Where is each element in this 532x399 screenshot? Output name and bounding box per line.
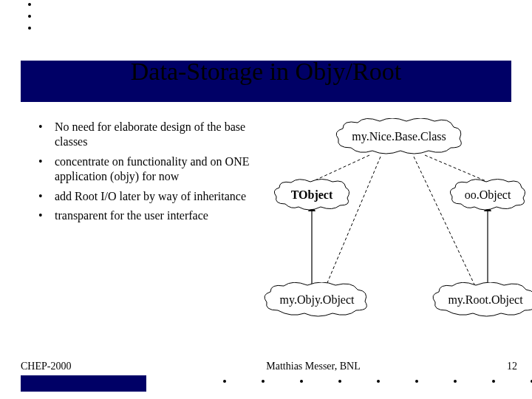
node-label: my.Root.Object bbox=[430, 293, 532, 307]
bullet-icon: • bbox=[38, 208, 55, 223]
dot-icon bbox=[262, 380, 265, 383]
bullet-text: add Root I/O later by way of inheritance bbox=[55, 189, 260, 204]
bullet-item: •No need for elaborate design of the bas… bbox=[38, 120, 260, 150]
template-footer-dots bbox=[223, 380, 532, 383]
node-label: oo.Object bbox=[448, 188, 528, 202]
cloud-root-object: my.Root.Object bbox=[430, 282, 532, 318]
dot-icon bbox=[454, 380, 457, 383]
bullet-item: •add Root I/O later by way of inheritanc… bbox=[38, 189, 260, 204]
class-diagram: my.Nice.Base.Class TObject bbox=[266, 118, 525, 332]
dot-icon bbox=[300, 380, 303, 383]
footer-author: Matthias Messer, BNL bbox=[154, 361, 473, 372]
cloud-tobject: TObject bbox=[272, 179, 352, 211]
footer-page-number: 12 bbox=[473, 361, 517, 372]
dot-icon bbox=[377, 380, 380, 383]
bullet-item: •concentrate on functionality and on ONE… bbox=[38, 154, 260, 185]
bullet-item: •transparent for the user interface bbox=[38, 208, 260, 223]
dot-icon bbox=[28, 3, 31, 6]
dot-icon bbox=[28, 27, 31, 30]
slide: Data-Storage in Objy/Root •No need for e… bbox=[0, 0, 532, 399]
bullet-icon: • bbox=[38, 154, 55, 185]
svg-line-1 bbox=[425, 155, 488, 182]
footer-accent-bar bbox=[21, 375, 146, 392]
cloud-ooobject: oo.Object bbox=[448, 179, 528, 211]
dot-icon bbox=[338, 380, 341, 383]
node-label: my.Objy.Object bbox=[262, 293, 372, 307]
node-label: TObject bbox=[272, 188, 352, 202]
bullet-icon: • bbox=[38, 120, 55, 150]
dot-icon bbox=[415, 380, 418, 383]
svg-line-0 bbox=[312, 155, 369, 182]
footer-venue: CHEP-2000 bbox=[21, 361, 154, 372]
svg-line-7 bbox=[414, 157, 474, 284]
footer: CHEP-2000 Matthias Messer, BNL 12 bbox=[21, 361, 517, 372]
dot-icon bbox=[28, 15, 31, 18]
bullet-icon: • bbox=[38, 189, 55, 204]
svg-line-6 bbox=[327, 157, 381, 284]
template-corner-dots bbox=[28, 3, 31, 38]
cloud-objy-object: my.Objy.Object bbox=[262, 282, 372, 318]
dot-icon bbox=[492, 380, 495, 383]
bullet-text: No need for elaborate design of the base… bbox=[55, 120, 260, 150]
bullet-text: concentrate on functionality and on ONE … bbox=[55, 154, 260, 185]
bullet-text: transparent for the user interface bbox=[55, 208, 260, 223]
dot-icon bbox=[223, 380, 226, 383]
bullet-list: •No need for elaborate design of the bas… bbox=[38, 120, 260, 228]
slide-title: Data-Storage in Objy/Root bbox=[0, 58, 532, 86]
